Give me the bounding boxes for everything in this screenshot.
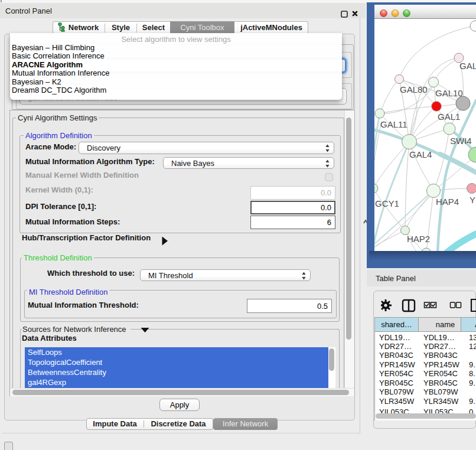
svg-text:GAL11: GAL11 xyxy=(380,119,407,129)
svg-text:SWI4: SWI4 xyxy=(450,136,472,146)
svg-text:GCY1: GCY1 xyxy=(375,198,399,208)
svg-text:HAP4: HAP4 xyxy=(436,197,459,207)
svg-text:GAL10: GAL10 xyxy=(435,88,463,98)
svg-text:GAL2: GAL2 xyxy=(459,61,476,71)
svg-text:YL: YL xyxy=(470,195,476,205)
svg-text:GAL80: GAL80 xyxy=(400,84,428,94)
svg-text:GAL4: GAL4 xyxy=(409,149,432,159)
svg-text:GAL1: GAL1 xyxy=(438,112,460,122)
svg-text:HAP2: HAP2 xyxy=(407,234,430,244)
